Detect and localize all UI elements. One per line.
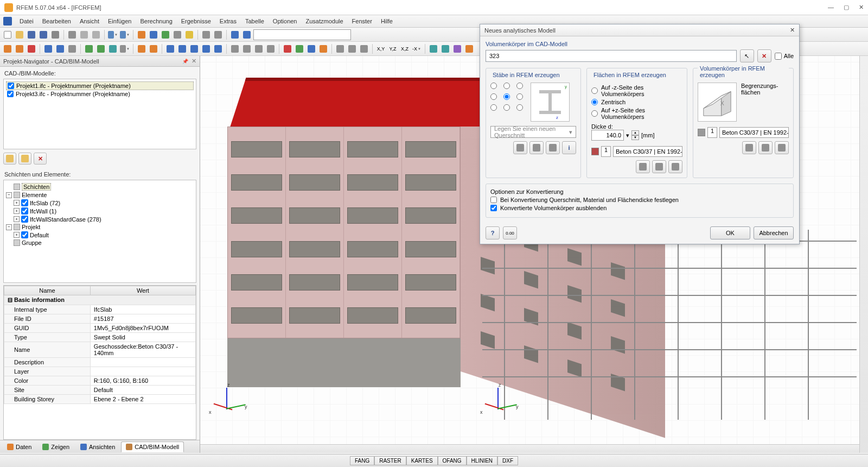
stab-radio[interactable] (516, 104, 523, 111)
ok-button[interactable]: OK (710, 226, 750, 239)
clear-icon[interactable]: ✕ (757, 49, 771, 62)
alle-checkbox[interactable] (775, 53, 782, 60)
volumes-input[interactable] (486, 50, 737, 62)
tv-20[interactable] (253, 43, 264, 54)
menu-extras[interactable]: Extras (216, 17, 240, 26)
menu-bearbeiten[interactable]: Bearbeiten (39, 17, 74, 26)
menu-optionen[interactable]: Optionen (270, 17, 301, 26)
tv-12[interactable] (148, 43, 159, 54)
material-number[interactable]: 1 (601, 146, 611, 157)
stab-radio[interactable] (503, 93, 510, 100)
tv-23[interactable] (294, 43, 305, 54)
model-item[interactable]: Projekt1.ifc - Projektnummer (Projektnam… (6, 81, 194, 90)
open-button[interactable] (14, 29, 25, 40)
stab-radio[interactable] (490, 83, 497, 89)
status-dxf[interactable]: DXF (497, 456, 518, 465)
close-button[interactable]: ✕ (859, 4, 864, 11)
status-raster[interactable]: RASTER (374, 456, 406, 465)
tv-27[interactable] (347, 43, 358, 54)
folder-button[interactable] (3, 153, 16, 165)
tv-11[interactable] (136, 43, 147, 54)
vol-btn3[interactable] (775, 141, 789, 154)
qs-info-icon[interactable]: i (562, 141, 576, 154)
tree-elemente[interactable]: Elemente (22, 192, 47, 198)
tree-default[interactable]: Default (30, 232, 49, 238)
maximize-button[interactable]: ▢ (844, 4, 849, 11)
menu-fenster[interactable]: Fenster (349, 17, 375, 26)
tv-31[interactable] (452, 43, 463, 54)
radio-minus-z[interactable] (591, 87, 598, 94)
saveall-button[interactable] (38, 29, 49, 40)
tv-8[interactable] (95, 43, 106, 54)
tv-3[interactable] (26, 43, 37, 54)
new-button[interactable] (2, 29, 13, 40)
menu-einfuegen[interactable]: Einfügen (105, 17, 135, 26)
model-item[interactable]: Projekt3.ifc - Projektnummer (Projektnam… (6, 90, 194, 98)
tree-checkbox[interactable] (21, 231, 28, 238)
tv-xy[interactable]: X,Y (375, 43, 386, 54)
tv-7[interactable] (84, 43, 94, 54)
print-button[interactable] (50, 29, 61, 40)
tv-6[interactable] (67, 43, 78, 54)
paste-button[interactable] (91, 29, 101, 40)
delete-button[interactable]: ✕ (34, 153, 47, 165)
tv-1[interactable] (2, 43, 13, 54)
expand-icon[interactable]: + (14, 208, 20, 214)
tree-checkbox[interactable] (21, 207, 28, 214)
save-button[interactable] (26, 29, 37, 40)
element-tree[interactable]: Schichten −Elemente +IfcSlab (72) +IfcWa… (3, 180, 196, 283)
tb-d[interactable] (172, 29, 183, 40)
menu-ansicht[interactable]: Ansicht (76, 17, 103, 26)
radio-zentrisch[interactable] (591, 99, 598, 105)
stab-radio[interactable] (490, 93, 497, 100)
tb-e[interactable] (184, 29, 195, 40)
querschnitt-combo[interactable]: Legen Sie einen neuen Querschnitt▾ (490, 126, 576, 138)
mat-btn1[interactable] (636, 160, 650, 173)
tv-22[interactable] (282, 43, 293, 54)
tv-26[interactable] (335, 43, 346, 54)
menu-zusatzmodule[interactable]: Zusatzmodule (303, 17, 347, 26)
tv-2[interactable] (14, 43, 25, 54)
tree-ifcwall[interactable]: IfcWall (1) (30, 208, 56, 214)
model-checkbox[interactable] (7, 91, 14, 97)
tree-ifcwallstd[interactable]: IfcWallStandardCase (278) (30, 216, 101, 223)
tb-f[interactable] (201, 29, 212, 40)
tb-b[interactable] (148, 29, 159, 40)
menu-tabelle[interactable]: Tabelle (242, 17, 267, 26)
vol-btn2[interactable] (758, 141, 773, 154)
tree-checkbox[interactable] (21, 199, 28, 206)
vol-btn1[interactable] (742, 141, 756, 154)
tb-i[interactable] (241, 29, 252, 40)
tv-32[interactable] (464, 43, 475, 54)
copy-button[interactable] (79, 29, 90, 40)
tree-gruppe[interactable]: Gruppe (22, 239, 42, 246)
material-select[interactable]: Beton C30/37 | EN 1992-▾ (613, 146, 682, 157)
stab-radio[interactable] (516, 93, 523, 100)
spin-down[interactable]: ▼ (631, 135, 639, 140)
material-select[interactable]: Beton C30/37 | EN 1992-▾ (719, 127, 789, 138)
menu-datei[interactable]: Datei (16, 17, 37, 26)
tv-18[interactable] (229, 43, 240, 54)
dicke-input[interactable] (591, 130, 624, 141)
menu-berechnung[interactable]: Berechnung (137, 17, 175, 26)
tv-29[interactable] (428, 43, 439, 54)
tab-daten[interactable]: Daten (2, 441, 36, 452)
folder2-button[interactable] (18, 153, 31, 165)
qs-btn1[interactable] (513, 141, 527, 154)
menu-ergebnisse[interactable]: Ergebnisse (178, 17, 214, 26)
expand-icon[interactable]: + (14, 232, 20, 238)
tv-9[interactable] (107, 43, 118, 54)
cut-button[interactable] (67, 29, 78, 40)
status-kartes[interactable]: KARTES (406, 456, 438, 465)
tv-15[interactable] (189, 43, 200, 54)
scrollbar-horizontal[interactable] (200, 444, 859, 453)
tv-5[interactable] (55, 43, 66, 54)
expand-icon[interactable]: − (6, 224, 12, 230)
model-checkbox[interactable] (8, 83, 14, 89)
tv-25[interactable] (318, 43, 329, 54)
stab-radio[interactable] (503, 104, 510, 111)
help-icon[interactable]: ? (486, 226, 500, 239)
expand-icon[interactable]: + (14, 200, 20, 206)
tab-cadbim[interactable]: CAD/BIM-Modell (121, 441, 184, 452)
tb-g[interactable] (213, 29, 224, 40)
